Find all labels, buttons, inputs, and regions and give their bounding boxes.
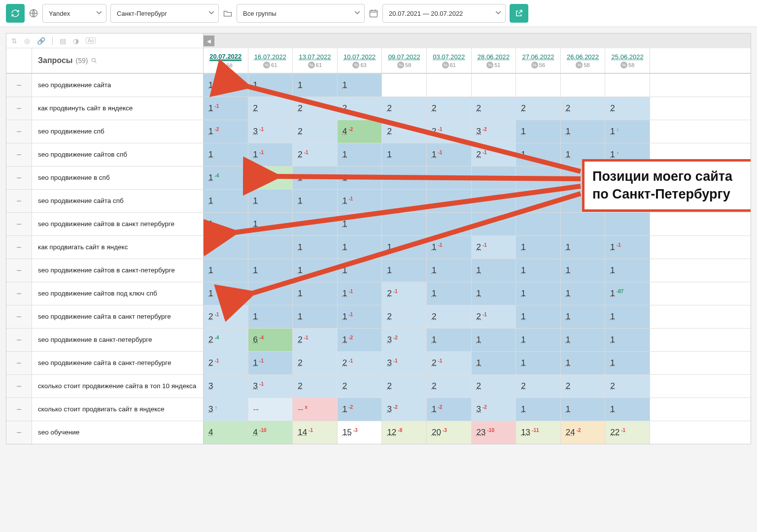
query-text[interactable]: seo продвижение сайта в санкт-петербурге xyxy=(32,352,203,374)
query-text[interactable]: seo продвижение сайта спб xyxy=(32,190,203,212)
chevron-down-icon xyxy=(354,10,360,17)
expand-row-button[interactable]: − xyxy=(6,375,32,398)
expand-row-button[interactable]: − xyxy=(6,236,32,259)
positions-grid: ◀ 20.07.2022 %5816.07.2022 %6113.07.2022… xyxy=(204,33,751,444)
query-row: − seo обучение xyxy=(6,421,203,444)
toolbar: Yandex Санкт-Петербург Все группы 20.07.… xyxy=(0,0,757,27)
query-text[interactable]: seo продвижение сайта xyxy=(32,74,203,97)
query-row: − seo продвижение сайта в санкт-петербур… xyxy=(6,351,203,374)
link-icon[interactable]: 🔗 xyxy=(37,37,45,45)
query-text[interactable]: seo продвижение в спб xyxy=(32,166,203,189)
chevron-down-icon xyxy=(208,10,214,17)
svg-point-2 xyxy=(92,58,96,62)
query-row: − seo продвижение в спб xyxy=(6,166,203,189)
text-icon[interactable]: Aa xyxy=(86,37,96,44)
expand-row-button[interactable]: − xyxy=(6,259,32,282)
query-row: − seo продвижение спб xyxy=(6,120,203,143)
globe-icon xyxy=(29,8,38,18)
search-icon[interactable] xyxy=(91,57,98,64)
date-range-value: 20.07.2021 — 20.07.2022 xyxy=(389,10,463,17)
query-row: − seo продвижение сайтов в санкт-петербу… xyxy=(6,259,203,282)
queries-column: ⇅ ◎ 🔗 ▤ ◑ Aa Запросы (59) − seo продвиже… xyxy=(6,33,204,444)
query-text[interactable]: seo продвижение сайтов в санкт-петербург… xyxy=(32,259,203,282)
expand-row-button[interactable]: − xyxy=(6,166,32,189)
annotation-box: Позиции моего сайта по Санкт-Петербургу xyxy=(582,159,751,212)
query-text[interactable]: сколько стоит продвигать сайт в яндексе xyxy=(32,398,203,421)
query-text[interactable]: seo продвижение сайтов спб xyxy=(32,143,203,166)
search-engine-value: Yandex xyxy=(49,10,70,17)
expand-row-button[interactable]: − xyxy=(6,97,32,120)
query-text[interactable]: seo обучение xyxy=(32,421,203,444)
query-row: − seo продвижение сайта в санкт петербур… xyxy=(6,305,203,328)
expand-row-button[interactable]: − xyxy=(6,213,32,235)
query-tools-row: ⇅ ◎ 🔗 ▤ ◑ Aa xyxy=(6,33,203,48)
region-value: Санкт-Петербург xyxy=(117,10,167,17)
expand-row-button[interactable]: − xyxy=(6,421,32,444)
svg-line-4 xyxy=(273,176,581,179)
export-button[interactable] xyxy=(510,4,528,23)
annotation-arrow xyxy=(204,33,650,437)
query-text[interactable]: как продвигать сайт в яндекс xyxy=(32,236,203,259)
positions-table: ⇅ ◎ 🔗 ▤ ◑ Aa Запросы (59) − seo продвиже… xyxy=(6,33,751,444)
query-row: − сколько стоит продвижение сайта в топ … xyxy=(6,374,203,398)
query-row: − seo продвижение сайтов под ключ спб xyxy=(6,282,203,305)
expand-row-button[interactable]: − xyxy=(6,329,32,351)
query-text[interactable]: seo продвижение в санкт-петербурге xyxy=(32,329,203,351)
folder-icon xyxy=(223,8,233,18)
query-row: − seo продвижение сайтов в санкт петербу… xyxy=(6,212,203,235)
calendar-icon xyxy=(369,8,378,18)
svg-line-3 xyxy=(243,85,581,171)
sort-icon[interactable]: ⇅ xyxy=(11,37,17,45)
expand-row-button[interactable]: − xyxy=(6,282,32,305)
chevron-down-icon xyxy=(495,10,501,17)
query-row: − сколько стоит продвигать сайт в яндекс… xyxy=(6,398,203,421)
query-text[interactable]: сколько стоит продвижение сайта в топ 10… xyxy=(32,375,203,398)
expand-row-button[interactable]: − xyxy=(6,143,32,166)
chevron-down-icon xyxy=(96,10,102,17)
query-row: − как продвигать сайт в яндекс xyxy=(6,235,203,259)
coin-icon[interactable]: ◑ xyxy=(73,37,79,45)
query-row: − seo продвижение сайта спб xyxy=(6,189,203,212)
refresh-button[interactable] xyxy=(6,4,25,23)
expand-row-button[interactable]: − xyxy=(6,190,32,212)
expand-row-button[interactable]: − xyxy=(6,352,32,374)
expand-all-column xyxy=(6,48,32,73)
date-range-select[interactable]: 20.07.2021 — 20.07.2022 xyxy=(382,4,506,23)
query-row: − seo продвижение сайта xyxy=(6,73,203,97)
query-row: − seo продвижение сайтов спб xyxy=(6,143,203,166)
expand-row-button[interactable]: − xyxy=(6,120,32,143)
query-text[interactable]: seo продвижение спб xyxy=(32,120,203,143)
query-text[interactable]: как продвинуть сайт в яндексе xyxy=(32,97,203,120)
query-text[interactable]: seo продвижение сайтов под ключ спб xyxy=(32,282,203,305)
groups-select[interactable]: Все группы xyxy=(237,4,365,23)
query-text[interactable]: seo продвижение сайта в санкт петербурге xyxy=(32,305,203,328)
target-icon[interactable]: ◎ xyxy=(24,37,30,45)
queries-header: Запросы (59) xyxy=(32,48,203,73)
expand-row-button[interactable]: − xyxy=(6,74,32,97)
query-row: − seo продвижение в санкт-петербурге xyxy=(6,328,203,351)
svg-rect-1 xyxy=(370,10,378,17)
region-select[interactable]: Санкт-Петербург xyxy=(110,4,219,23)
query-row: − как продвинуть сайт в яндексе xyxy=(6,97,203,120)
page-icon[interactable]: ▤ xyxy=(60,37,66,45)
search-engine-select[interactable]: Yandex xyxy=(42,4,106,23)
expand-row-button[interactable]: − xyxy=(6,398,32,421)
groups-value: Все группы xyxy=(243,10,276,17)
expand-row-button[interactable]: − xyxy=(6,305,32,328)
query-text[interactable]: seo продвижение сайтов в санкт петербург… xyxy=(32,213,203,235)
